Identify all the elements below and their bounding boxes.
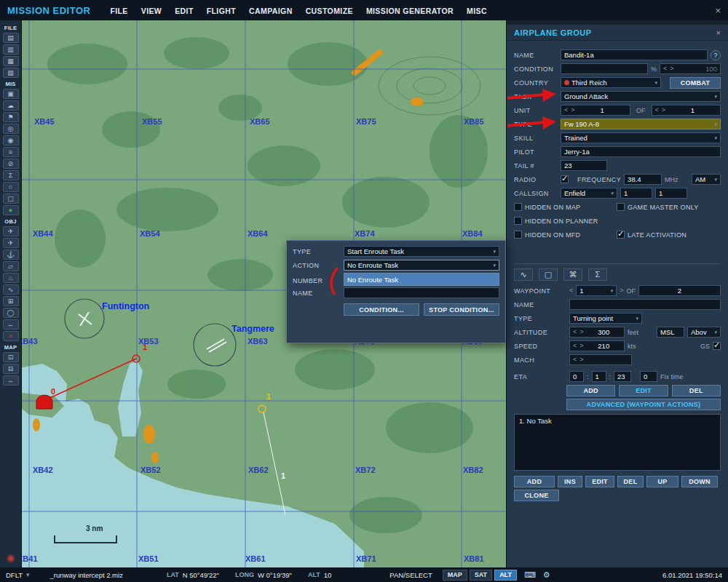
spinner-decrement-icon[interactable]: < [573,356,577,363]
triggered-actions-icon[interactable]: ◎ [3,124,19,134]
menu-mission-generator[interactable]: MISSION GENERATOR [360,7,460,15]
help-button[interactable]: ? [711,50,721,60]
unit-total-spinner[interactable]: < > 1 [652,105,721,116]
speed-spinner[interactable]: < > 210 [569,340,625,351]
eta-hours-input[interactable] [569,371,584,382]
waypoint-add-button[interactable]: ADD [566,385,615,396]
rec-indicator-icon[interactable]: ◉ [3,553,19,563]
dialog-type-dropdown[interactable]: Start Enroute Task ▾ [344,246,499,257]
callsign-flight-input[interactable] [620,188,652,199]
menu-customize[interactable]: CUSTOMIZE [299,7,360,15]
save-mission-icon[interactable]: ▦ [3,56,19,66]
open-mission-icon[interactable]: ▥ [3,44,19,55]
helicopter-group-icon[interactable]: ✈ [3,238,19,248]
delete-object-icon[interactable]: × [3,331,19,341]
stop-condition-button[interactable]: STOP CONDITION... [424,303,499,316]
map-link-icon[interactable]: ↔ [3,375,19,386]
export-mission-icon[interactable]: ▧ [3,68,19,78]
eta-seconds-input[interactable] [614,371,631,382]
callsign-number-input[interactable] [655,188,687,199]
mach-spinner[interactable]: < > [569,354,632,365]
summary-icon[interactable]: Σ [3,170,19,180]
template-tool-icon[interactable]: ⊞ [3,296,19,306]
new-mission-icon[interactable]: ▤ [3,33,19,43]
spinner-increment-icon[interactable]: > [579,329,583,335]
spinner-decrement-icon[interactable]: < [573,329,577,335]
start-mission-icon[interactable]: ● [3,205,19,215]
task-list-item[interactable]: 1. No Task [515,415,720,427]
gs-checkbox[interactable] [713,342,721,350]
waypoint-del-button[interactable]: DEL [672,385,721,396]
window-close-icon[interactable]: × [715,5,721,16]
ship-group-icon[interactable]: ⚓ [3,250,19,260]
menu-view[interactable]: VIEW [135,7,168,15]
callsign-dropdown[interactable]: Enfield ▾ [561,188,617,199]
map-view-button[interactable]: MAP [443,570,467,581]
spinner-increment-icon[interactable]: > [579,343,583,349]
mission-options-icon[interactable]: ≡ [3,147,19,157]
menu-file[interactable]: FILE [103,7,134,15]
action-dropdown-open-list[interactable]: No Enroute Task [344,273,499,286]
condition-button[interactable]: CONDITION... [344,303,419,316]
dropdown-option-selected[interactable]: No Enroute Task [344,274,499,285]
game-master-only-checkbox[interactable] [617,203,625,211]
tail-number-input[interactable] [561,160,607,171]
distance-tool-icon[interactable]: ↔ [3,319,19,330]
skill-dropdown[interactable]: Trained ▾ [561,132,721,143]
hidden-on-mfd-checkbox[interactable] [514,231,522,239]
keyboard-icon[interactable]: ⌨ [524,570,536,580]
condition-input[interactable] [561,63,648,74]
vehicle-group-icon[interactable]: ▱ [3,261,19,271]
briefing-icon[interactable]: ▣ [3,89,19,99]
altitude-ref-dropdown[interactable]: MSL [657,327,684,338]
spinner-increment-icon[interactable]: > [662,107,665,113]
summary-tab-icon[interactable]: Σ [588,268,607,281]
pilot-input[interactable] [561,146,721,157]
route-tab-icon[interactable]: ∿ [514,268,533,281]
red-group-icon[interactable] [36,395,52,409]
spinner-increment-icon[interactable]: > [571,107,574,113]
spinner-decrement-icon[interactable]: < [663,65,667,72]
eta-offset-input[interactable] [640,371,657,382]
zone-tool-icon[interactable]: ◯ [3,308,19,318]
task-ins-button[interactable]: INS [558,476,582,487]
probability-spinner[interactable]: < > 100 [660,63,721,74]
templates-icon[interactable]: ▢ [3,194,19,204]
menu-misc[interactable]: MISC [460,7,494,15]
advanced-waypoint-actions-button[interactable]: ADVANCED (WAYPOINT ACTIONS) [566,399,721,410]
unit-count-spinner[interactable]: < > 1 [561,105,630,116]
waypoint-task-list[interactable]: 1. No Task [514,414,721,471]
route-tool-icon[interactable]: ∿ [3,284,19,295]
airplane-group-icon[interactable]: ✈ [3,226,19,236]
goals-icon[interactable]: ◉ [3,135,19,146]
task-dropdown[interactable]: Ground Attack ▾ [561,91,721,102]
hidden-on-planner-checkbox[interactable] [514,217,522,225]
prev-waypoint-icon[interactable]: < [569,287,573,294]
frequency-input[interactable] [624,174,662,185]
late-activation-checkbox[interactable] [617,231,625,239]
waypoint-name-input[interactable] [569,299,721,310]
country-dropdown[interactable]: Third Reich ▾ [561,77,661,88]
task-up-button[interactable]: UP [646,476,678,487]
menu-edit[interactable]: EDIT [168,7,200,15]
task-edit-button[interactable]: EDIT [585,476,614,487]
altitude-spinner[interactable]: < > 300 [569,327,625,338]
next-waypoint-icon[interactable]: > [620,287,623,294]
task-down-button[interactable]: DOWN [681,476,718,487]
waypoint-type-dropdown[interactable]: Turning point ▾ [569,313,642,324]
menu-flight[interactable]: FLIGHT [200,7,242,15]
clone-button[interactable]: CLONE [514,490,559,501]
dialog-name-input[interactable] [344,287,499,298]
alt-view-button[interactable]: ALT [494,570,517,581]
theme-selector[interactable]: DFLT ▾ [6,571,30,579]
sat-view-button[interactable]: SAT [470,570,492,581]
settings-icon[interactable]: ⚙ [543,570,550,580]
waypoint-index-dropdown[interactable]: 1 ▾ [576,285,617,296]
spinner-decrement-icon[interactable]: < [573,343,577,349]
task-add-button[interactable]: ADD [514,476,555,487]
radio-checkbox[interactable] [561,175,569,183]
aircraft-type-dropdown[interactable]: Fw 190 A-8 ▾ [561,119,721,129]
menu-campaign[interactable]: CAMPAIGN [242,7,299,15]
spinner-decrement-icon[interactable]: < [655,107,659,113]
zone-tab-icon[interactable]: ▢ [539,268,558,281]
